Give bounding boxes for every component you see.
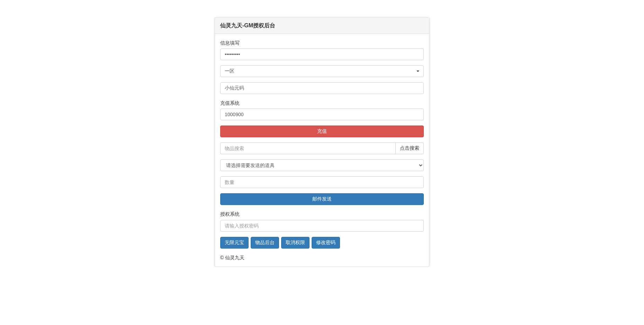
- search-button[interactable]: 点击搜索: [395, 142, 424, 154]
- panel-body: 信息填写 一区 充值系统 充值 点击搜索: [215, 34, 429, 254]
- footer: © 仙灵九天: [215, 254, 429, 267]
- info-label: 信息填写: [220, 39, 424, 47]
- item-backend-button[interactable]: 物品后台: [251, 237, 279, 249]
- item-select-group: 请选择需要发送的道具: [220, 159, 424, 171]
- amount-input[interactable]: [220, 109, 424, 120]
- search-btn-wrap: 点击搜索: [395, 142, 424, 154]
- recharge-label: 充值系统: [220, 99, 424, 107]
- copyright-text: © 仙灵九天: [220, 255, 244, 260]
- search-group: 点击搜索: [220, 142, 424, 154]
- panel-header: 仙灵九天-GM授权后台: [215, 18, 429, 34]
- action-buttons-row: 无限元宝 物品后台 取消权限 修改密码: [220, 237, 424, 249]
- quantity-input[interactable]: [220, 176, 424, 188]
- auth-section: 授权系统: [220, 210, 424, 231]
- password-input[interactable]: [220, 48, 424, 60]
- search-input[interactable]: [220, 142, 395, 154]
- auth-password-input[interactable]: [220, 220, 424, 232]
- send-button[interactable]: 邮件发送: [220, 193, 424, 205]
- quantity-group: [220, 176, 424, 188]
- revoke-perm-button[interactable]: 取消权限: [281, 237, 310, 249]
- item-select[interactable]: 请选择需要发送的道具: [220, 159, 424, 171]
- send-button-group: 邮件发送: [220, 193, 424, 205]
- server-select-group: 一区: [220, 65, 424, 77]
- page-title: 仙灵九天-GM授权后台: [220, 21, 424, 30]
- recharge-button[interactable]: 充值: [220, 126, 424, 137]
- recharge-section: 充值系统: [220, 99, 424, 120]
- server-select[interactable]: 一区: [220, 65, 424, 77]
- change-password-button[interactable]: 修改密码: [312, 237, 340, 249]
- auth-label: 授权系统: [220, 210, 424, 218]
- search-input-group: 点击搜索: [220, 142, 424, 154]
- unlimited-gold-button[interactable]: 无限元宝: [220, 237, 249, 249]
- main-panel: 仙灵九天-GM授权后台 信息填写 一区 充值系统 充值 点击搜索: [215, 17, 429, 267]
- recharge-button-group: 充值: [220, 126, 424, 137]
- code-group: [220, 82, 424, 94]
- info-section: 信息填写: [220, 39, 424, 60]
- code-input[interactable]: [220, 82, 424, 94]
